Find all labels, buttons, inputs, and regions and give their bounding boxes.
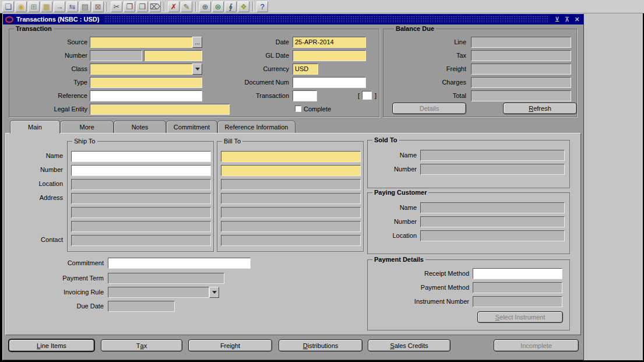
ship-to-address3-field [71, 221, 211, 232]
paying-customer-number-field [420, 216, 565, 227]
window-titlebar[interactable]: Transactions (NSBC : USD) ⊻ ⊼ ✕ [3, 14, 583, 24]
transaction-field[interactable] [293, 90, 317, 101]
sold-to-name-label: Name [369, 152, 417, 159]
gl-date-label: GL Date [219, 52, 289, 59]
legal-entity-field[interactable] [90, 104, 230, 115]
clear-record-icon[interactable]: ⌦ [149, 1, 161, 12]
number-label: Number [10, 52, 87, 59]
print-icon[interactable]: ▤ [79, 1, 91, 12]
close-form-icon[interactable]: ⊠ [92, 1, 104, 12]
tab-reference-information[interactable]: Reference Information [217, 121, 295, 133]
next-step-icon[interactable]: → [54, 1, 65, 12]
tax-button[interactable]: Tax [101, 339, 182, 352]
sold-to-number-field [420, 164, 565, 175]
tab-main[interactable]: Main [10, 120, 60, 133]
window-close-icon[interactable]: ✕ [573, 16, 581, 23]
folder-tools-icon[interactable]: ❖ [238, 1, 249, 12]
new-icon[interactable]: ❏ [2, 1, 14, 12]
complete-checkbox[interactable] [295, 106, 301, 112]
transaction-label: Transaction [219, 92, 289, 100]
switch-responsibility-icon[interactable]: ⇆ [66, 1, 78, 12]
source-lov-button[interactable]: ... [192, 37, 202, 48]
save-icon[interactable]: ▦ [41, 1, 52, 12]
select-instrument-button: Select Instrument [477, 311, 563, 323]
date-label: Date [219, 38, 289, 46]
ship-to-frame: Ship To [67, 141, 214, 252]
invoicing-rule-dropdown-button[interactable] [209, 287, 219, 298]
payment-term-field [108, 273, 224, 284]
source-field[interactable] [90, 37, 192, 48]
toolbar-separator [164, 2, 165, 12]
class-field[interactable] [90, 64, 192, 75]
number-field[interactable] [144, 50, 202, 61]
distributions-button[interactable]: Distributions [279, 339, 363, 352]
bill-to-frame-label: Bill To [222, 137, 242, 145]
line-items-button[interactable]: Line Items [9, 339, 94, 352]
toolbar-separator [252, 2, 254, 12]
bill-to-address3-field [221, 221, 361, 232]
number-prefix-field [90, 50, 142, 61]
cut-icon[interactable]: ✂ [111, 1, 122, 12]
bill-to-name-field[interactable] [221, 151, 361, 162]
bill-to-address1-field [221, 193, 361, 204]
due-date-label: Due Date [17, 303, 104, 310]
bill-to-frame: Bill To [217, 141, 364, 252]
document-num-label: Document Num [219, 79, 289, 86]
paste-icon[interactable]: ❒ [136, 1, 148, 12]
document-num-field[interactable] [293, 77, 366, 88]
zoom-icon[interactable]: ⊕ [199, 1, 211, 12]
oracle-icon [5, 16, 13, 23]
window-maximize-icon[interactable]: ⊼ [563, 16, 571, 23]
ship-to-number-field[interactable] [71, 165, 211, 176]
reference-label: Reference [10, 92, 87, 100]
reference-field[interactable] [90, 90, 202, 101]
bill-to-number-field[interactable] [221, 165, 361, 176]
transaction-frame-label: Transaction [14, 24, 54, 33]
gl-date-field[interactable] [293, 50, 366, 61]
delete-icon[interactable]: ✗ [168, 1, 180, 12]
copy-icon[interactable]: ❐ [124, 1, 135, 12]
sold-to-name-field [420, 150, 565, 161]
invoicing-rule-field [108, 287, 209, 298]
class-label: Class [10, 65, 87, 73]
balance-total-label: Total [385, 92, 466, 100]
balance-line-label: Line [385, 38, 466, 46]
balance-tax-label: Tax [385, 52, 466, 59]
window-restore-icon[interactable]: ⊻ [553, 16, 561, 23]
type-label: Type [10, 79, 87, 86]
transaction-flexfield-open-bracket: [ [356, 92, 360, 100]
tab-notes[interactable]: Notes [114, 121, 166, 133]
receipt-method-field[interactable] [473, 268, 562, 279]
balance-due-frame-label: Balance Due [394, 24, 436, 33]
due-date-field [108, 301, 175, 312]
freight-button[interactable]: Freight [188, 339, 272, 352]
paying-customer-name-field [420, 202, 565, 213]
sales-credits-button[interactable]: Sales Credits [368, 339, 451, 352]
tab-commitment[interactable]: Commitment [166, 121, 217, 133]
type-field[interactable] [90, 77, 202, 88]
paying-customer-name-label: Name [369, 204, 417, 212]
help-icon[interactable]: ? [256, 1, 268, 12]
ship-to-name-field[interactable] [71, 151, 211, 162]
class-dropdown-button[interactable] [192, 64, 202, 75]
attachments-icon[interactable]: ∮ [225, 1, 237, 12]
find-icon[interactable]: ◉ [15, 1, 27, 12]
ship-to-location-field [71, 179, 211, 190]
incomplete-button: Incomplete [494, 339, 579, 352]
commitment-field[interactable] [108, 258, 251, 269]
balance-total-field [471, 90, 571, 101]
transaction-flexfield[interactable] [362, 91, 372, 100]
ship-to-address1-field [71, 193, 211, 204]
payment-method-label: Payment Method [369, 284, 469, 291]
currency-field[interactable]: USD [293, 64, 318, 75]
date-field[interactable]: 25-APR-2014 [293, 37, 366, 48]
transactions-window: Transactions (NSBC : USD) ⊻ ⊼ ✕ Transact… [2, 13, 584, 360]
refresh-button[interactable]: Refresh [503, 103, 577, 114]
edit-field-icon[interactable]: ✎ [181, 1, 192, 12]
sold-to-frame-label: Sold To [372, 136, 399, 144]
tab-more[interactable]: More [60, 121, 114, 133]
complete-label: Complete [304, 106, 344, 113]
translations-icon[interactable]: ⊛ [212, 1, 224, 12]
navigator-icon[interactable]: ⊞ [28, 1, 40, 12]
balance-tax-field [471, 50, 571, 61]
